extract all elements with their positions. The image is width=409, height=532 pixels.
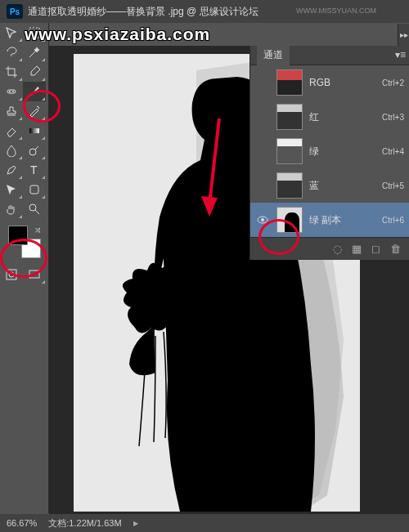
- eyedropper-tool[interactable]: [23, 62, 46, 82]
- zoom-level[interactable]: 66.67%: [7, 518, 37, 528]
- visibility-icon[interactable]: [255, 216, 270, 224]
- panel-collapse-icon[interactable]: ▸▸: [398, 24, 409, 46]
- eraser-tool[interactable]: [0, 121, 23, 141]
- svg-point-10: [9, 272, 14, 277]
- channel-thumb: [276, 69, 303, 96]
- channel-label: 红: [309, 110, 382, 124]
- path-tool[interactable]: [0, 180, 23, 199]
- channel-thumb: [276, 207, 303, 233]
- color-swatches[interactable]: ⤭: [8, 226, 41, 258]
- statusbar-menu-icon[interactable]: ▶: [133, 520, 138, 527]
- healing-tool[interactable]: [0, 82, 23, 101]
- statusbar: 66.67% 文档:1.22M/1.63M ▶: [0, 514, 409, 532]
- gradient-tool[interactable]: [23, 121, 46, 141]
- source-watermark: WWW.MISSYUAN.COM: [296, 7, 376, 15]
- svg-rect-1: [7, 90, 16, 93]
- quickmask-tool[interactable]: [0, 265, 23, 284]
- app-icon: Ps: [7, 4, 23, 19]
- brush-tool[interactable]: [23, 82, 46, 101]
- delete-channel-icon[interactable]: 🗑: [390, 243, 401, 255]
- panel-tabs: 通道 ▾≡: [250, 46, 409, 65]
- new-channel-icon[interactable]: ◻: [371, 243, 380, 255]
- svg-point-5: [29, 149, 36, 155]
- history-brush-tool[interactable]: [23, 101, 46, 121]
- svg-point-14: [261, 218, 264, 221]
- lasso-tool[interactable]: [0, 42, 23, 62]
- move-tool[interactable]: [0, 23, 23, 42]
- dodge-tool[interactable]: [23, 141, 46, 160]
- type-tool[interactable]: T: [23, 160, 46, 180]
- svg-point-8: [29, 204, 36, 211]
- channel-shortcut: Ctrl+2: [382, 78, 404, 87]
- doc-info: 文档:1.22M/1.63M: [48, 517, 121, 530]
- wand-tool[interactable]: [23, 42, 46, 62]
- channel-thumb: [276, 138, 303, 164]
- tab-channels[interactable]: 通道: [257, 45, 290, 65]
- load-selection-icon[interactable]: ◌: [333, 243, 342, 255]
- channel-shortcut: Ctrl+4: [382, 147, 404, 156]
- channel-thumb: [276, 172, 303, 199]
- hand-tool[interactable]: [0, 199, 23, 219]
- channel-red[interactable]: 红 Ctrl+3: [250, 100, 409, 134]
- blur-tool[interactable]: [0, 141, 23, 160]
- save-selection-icon[interactable]: ▦: [352, 243, 362, 255]
- channel-shortcut: Ctrl+6: [382, 216, 404, 225]
- channel-green[interactable]: 绿 Ctrl+4: [250, 134, 409, 168]
- svg-point-2: [9, 91, 11, 92]
- swap-colors-icon[interactable]: ⤭: [34, 226, 41, 235]
- stamp-tool[interactable]: [0, 101, 23, 121]
- screenmode-tool[interactable]: [23, 265, 46, 284]
- crop-tool[interactable]: [0, 62, 23, 82]
- channel-label: 绿: [309, 145, 382, 159]
- window-title: 通道抠取透明婚纱——替换背景 .jpg @ 思缘设计论坛: [28, 5, 258, 19]
- channel-thumb: [276, 104, 303, 130]
- channel-green-copy[interactable]: 绿 副本 Ctrl+6: [250, 203, 409, 237]
- foreground-color[interactable]: [8, 226, 28, 245]
- panel-menu-icon[interactable]: ▾≡: [395, 49, 406, 60]
- panel-footer: ◌ ▦ ◻ 🗑: [250, 237, 409, 260]
- channel-shortcut: Ctrl+5: [382, 181, 404, 190]
- channels-panel: 通道 ▾≡ RGB Ctrl+2 红 Ctrl+3 绿 Ctrl+4 蓝 Ctr…: [249, 46, 409, 260]
- pen-tool[interactable]: [0, 160, 23, 180]
- svg-rect-4: [29, 128, 39, 133]
- shape-tool[interactable]: [23, 180, 46, 199]
- toolbar: T ⤭: [0, 23, 49, 513]
- svg-text:T: T: [30, 163, 38, 177]
- channel-label: 绿 副本: [309, 213, 382, 227]
- svg-rect-11: [29, 270, 39, 278]
- zoom-tool[interactable]: [23, 199, 46, 219]
- watermark: www.psxiazaiba.com: [25, 25, 210, 44]
- channel-label: RGB: [309, 77, 382, 88]
- channel-label: 蓝: [309, 179, 382, 193]
- svg-point-3: [12, 91, 14, 92]
- svg-rect-9: [7, 270, 16, 279]
- channel-shortcut: Ctrl+3: [382, 113, 404, 122]
- svg-rect-7: [30, 186, 38, 194]
- channel-rgb[interactable]: RGB Ctrl+2: [250, 65, 409, 100]
- channel-blue[interactable]: 蓝 Ctrl+5: [250, 168, 409, 203]
